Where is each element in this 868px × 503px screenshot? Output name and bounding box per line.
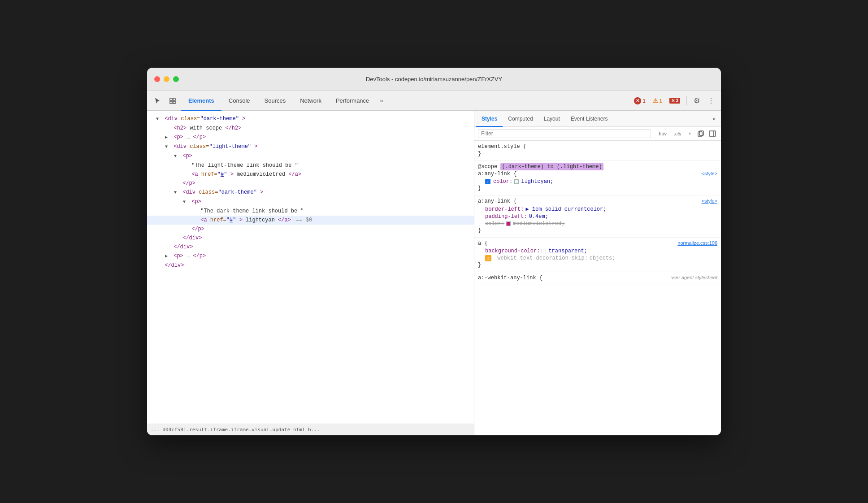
dom-line-selected[interactable]: <a href="#" > lightcyan </a> == $0 xyxy=(147,216,474,225)
tab-event-listeners[interactable]: Event Listeners xyxy=(565,111,613,127)
dom-line[interactable]: </div> xyxy=(147,261,474,270)
style-close-4: } xyxy=(478,262,717,268)
close-button[interactable] xyxy=(154,76,160,82)
style-prop-webkit: ⚠ -webkit-text-decoration-skip: objects; xyxy=(478,255,717,262)
dom-line[interactable]: </p> xyxy=(147,225,474,234)
copy-styles-icon[interactable] xyxy=(696,129,706,139)
expand-triangle[interactable] xyxy=(174,189,179,197)
styles-tabs-more[interactable]: » xyxy=(709,116,719,122)
tab-performance[interactable]: Performance xyxy=(329,91,376,111)
style-close: } xyxy=(478,151,717,157)
devtools-window: DevTools - codepen.io/miriamsuzanne/pen/… xyxy=(147,68,721,435)
dom-line[interactable]: "The light-theme link should be " xyxy=(147,161,474,170)
expand-triangle[interactable] xyxy=(165,134,170,142)
tab-layout[interactable]: Layout xyxy=(538,111,565,127)
tab-sources[interactable]: Sources xyxy=(257,91,293,111)
dom-annotation: == $0 xyxy=(296,217,312,223)
tab-network[interactable]: Network xyxy=(293,91,329,111)
dom-line[interactable]: <p> xyxy=(147,152,474,161)
dom-breadcrumb: ... d04cf581.result-iframe.iframe-visual… xyxy=(147,424,474,435)
style-block-scope: @scope (.dark-theme) to (.light-theme) a… xyxy=(474,161,721,195)
prop-checkbox[interactable]: ✓ xyxy=(485,179,490,184)
style-block-any-link: a:any-link { <style> border-left: ▶ 1em … xyxy=(474,195,721,238)
dom-line[interactable]: "The dark-theme link should be " xyxy=(147,207,474,216)
expand-triangle[interactable] xyxy=(156,115,161,123)
dom-line[interactable]: <p> … </p> xyxy=(147,252,474,261)
dom-line[interactable]: <div class="dark-theme" > xyxy=(147,114,474,124)
inspect-icon[interactable] xyxy=(166,94,179,108)
settings-icon[interactable]: ⚙ xyxy=(690,95,703,107)
tab-elements[interactable]: Elements xyxy=(181,91,221,111)
svg-rect-2 xyxy=(170,101,172,104)
svg-rect-3 xyxy=(173,101,175,104)
style-close-2: } xyxy=(478,185,717,191)
expand-triangle[interactable] xyxy=(165,143,170,151)
more-options-icon[interactable]: ⋮ xyxy=(705,95,717,107)
hov-button[interactable]: :hov xyxy=(655,130,669,137)
filter-actions: :hov .cls + xyxy=(655,129,717,139)
maximize-button[interactable] xyxy=(173,76,179,82)
scope-highlight: (.dark-theme) to (.light-theme) xyxy=(500,163,603,170)
error-badge-red[interactable]: ✕ 1 xyxy=(631,96,648,105)
dom-line[interactable]: <p> xyxy=(147,197,474,207)
dom-line[interactable]: <p> … </p> xyxy=(147,133,474,142)
devtools-toolbar: Elements Console Sources Network Perform… xyxy=(147,91,721,111)
add-rule-button[interactable]: + xyxy=(686,130,694,137)
dom-line[interactable]: <div class="light-theme" > xyxy=(147,142,474,152)
expand-triangle[interactable] xyxy=(174,152,179,160)
style-selector-scope: @scope (.dark-theme) to (.light-theme) xyxy=(478,164,717,170)
color-swatch-mediumvioletred[interactable] xyxy=(506,221,511,226)
error-rect-badge[interactable]: ✕ 3 xyxy=(667,97,683,104)
style-selector-any-link-2: a:any-link { <style> xyxy=(478,198,717,204)
breadcrumb-text[interactable]: ... d04cf581.result-iframe.iframe-visual… xyxy=(151,427,320,433)
style-source-normalize[interactable]: normalize.css:106 xyxy=(677,240,717,246)
error-circle-icon: ✕ xyxy=(634,97,641,104)
tab-computed[interactable]: Computed xyxy=(503,111,538,127)
dom-line[interactable]: </p> xyxy=(147,179,474,188)
style-prop-border: border-left: ▶ 1em solid currentcolor; xyxy=(478,205,717,213)
dom-content[interactable]: <div class="dark-theme" > <h2> with scop… xyxy=(147,111,474,424)
minimize-button[interactable] xyxy=(164,76,169,82)
color-swatch[interactable] xyxy=(514,179,519,184)
dom-line[interactable]: </div> xyxy=(147,234,474,243)
style-selector: element.style { xyxy=(478,143,717,150)
warning-badge[interactable]: ⚠ 1 xyxy=(650,96,665,105)
toggle-sidebar-icon[interactable] xyxy=(707,129,717,139)
cls-button[interactable]: .cls xyxy=(671,130,684,137)
style-selector-webkit: a:-webkit-any-link { user agent styleshe… xyxy=(478,275,717,281)
style-prop-padding: padding-left: 0.4em; xyxy=(478,213,717,220)
style-source-2[interactable]: <style> xyxy=(702,198,717,204)
style-block-element-style: element.style { } xyxy=(474,141,721,161)
styles-content[interactable]: element.style { } @scope (.dark-theme) t… xyxy=(474,141,721,435)
svg-rect-1 xyxy=(173,98,175,100)
warning-icon[interactable]: ⚠ xyxy=(485,255,491,261)
tabs-more-button[interactable]: » xyxy=(376,91,386,111)
svg-rect-0 xyxy=(170,98,172,100)
expand-triangle[interactable] xyxy=(165,252,170,260)
dom-line[interactable]: <div class="dark-theme" > xyxy=(147,188,474,197)
style-prop: ✓ color: lightcyan; xyxy=(478,178,717,185)
main-content: <div class="dark-theme" > <h2> with scop… xyxy=(147,111,721,435)
styles-filter-input[interactable] xyxy=(478,129,651,138)
styles-panel: Styles Computed Layout Event Listeners »… xyxy=(474,111,721,435)
main-tabs: Elements Console Sources Network Perform… xyxy=(181,91,629,111)
style-close-3: } xyxy=(478,227,717,234)
style-prop-color-strikethrough: color: mediumvioletred; xyxy=(478,220,717,227)
style-selector-a: a { normalize.css:106 xyxy=(478,240,717,247)
styles-filter-bar: :hov .cls + xyxy=(474,127,721,141)
tab-console[interactable]: Console xyxy=(221,91,257,111)
expand-triangle[interactable] xyxy=(183,198,188,206)
cursor-icon[interactable] xyxy=(151,94,164,108)
traffic-lights xyxy=(154,76,179,82)
error-rect-icon: ✕ 3 xyxy=(669,98,680,104)
dom-line[interactable]: <h2> with scope </h2> xyxy=(147,124,474,133)
titlebar: DevTools - codepen.io/miriamsuzanne/pen/… xyxy=(147,68,721,91)
dom-line[interactable]: </div> xyxy=(147,243,474,252)
tab-styles[interactable]: Styles xyxy=(476,111,503,127)
style-source[interactable]: <style> xyxy=(702,171,717,176)
style-block-webkit-any-link: a:-webkit-any-link { user agent styleshe… xyxy=(474,272,721,285)
style-selector-any-link: a:any-link { <style> xyxy=(478,171,717,177)
color-swatch-transparent[interactable] xyxy=(542,249,546,253)
dom-line[interactable]: <a href="#" > mediumvioletred </a> xyxy=(147,170,474,179)
warning-triangle-icon: ⚠ xyxy=(653,97,658,104)
